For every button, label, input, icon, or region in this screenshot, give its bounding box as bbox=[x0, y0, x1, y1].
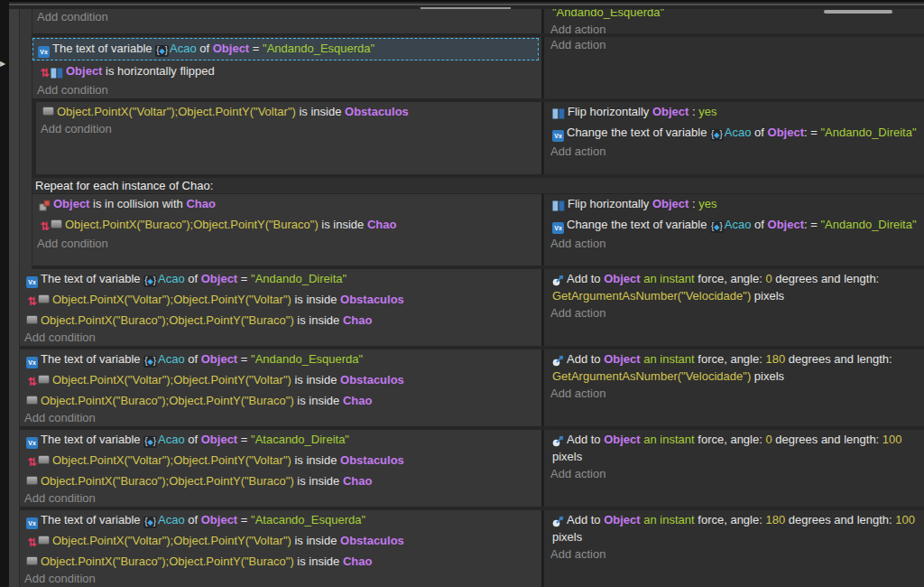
condition-row[interactable]: VxThe text of variable {◆}Acao of Object… bbox=[20, 430, 541, 451]
event-gutter[interactable] bbox=[9, 349, 20, 430]
actions-scrollbar-thumb[interactable] bbox=[824, 10, 892, 14]
condition-row[interactable]: ⇄Object is horizontally flipped bbox=[32, 61, 541, 82]
event-gutter[interactable] bbox=[9, 510, 20, 587]
scrollbar-track[interactable] bbox=[0, 4, 924, 5]
event-atacando-esquerda-force[interactable]: VxThe text of variable {◆}Acao of Object… bbox=[20, 510, 924, 587]
conditions-cell: VxThe text of variable {◆}Acao of Object… bbox=[20, 430, 541, 507]
text-segment: "Andando_Esquerda" bbox=[251, 352, 363, 366]
object-variable-badge: {◆} bbox=[143, 436, 157, 448]
condition-row[interactable]: ⇄Object.PointX("Voltar");Object.PointY("… bbox=[20, 290, 541, 311]
event-group: VxThe text of variable {◆}Acao of Object… bbox=[9, 269, 924, 349]
text-segment: Object bbox=[213, 42, 249, 55]
text-segment: pixels bbox=[552, 530, 582, 544]
text-segment: Acao bbox=[158, 513, 185, 526]
text-segment: is inside bbox=[294, 474, 343, 488]
condition-row[interactable]: VxThe text of variable {◆}Acao of Object… bbox=[32, 38, 539, 61]
point-inside-icon bbox=[38, 536, 50, 545]
text-segment: Object bbox=[768, 218, 804, 231]
condition-row[interactable]: Object is in collision with Chao bbox=[32, 194, 541, 215]
fold-arrow-icon[interactable]: ▶ bbox=[0, 60, 5, 68]
event-group: VxThe text of variable {◆}Acao of Object… bbox=[9, 349, 924, 430]
add-condition-button[interactable]: Add condition bbox=[20, 410, 541, 426]
add-action-button[interactable]: Add action bbox=[546, 466, 924, 482]
conditions-cell: VxThe text of variable {◆}Acao of Object… bbox=[20, 269, 541, 346]
object-variable-badge: {◆} bbox=[143, 275, 157, 287]
condition-row[interactable]: Object.PointX("Buraco");Object.PointY("B… bbox=[20, 552, 541, 571]
text-segment: Object bbox=[604, 352, 640, 366]
object-variable-badge: {◆} bbox=[710, 221, 724, 233]
add-action-button[interactable]: Add action bbox=[546, 236, 924, 252]
text-segment: force, angle: bbox=[695, 272, 766, 285]
add-action-button[interactable]: Add action bbox=[546, 22, 924, 33]
action-row[interactable]: Add to Object an instant force, angle: 0… bbox=[546, 269, 924, 305]
add-condition-button[interactable]: Add condition bbox=[20, 571, 541, 587]
condition-row[interactable]: ⇄Object.PointX("Voltar");Object.PointY("… bbox=[20, 531, 541, 552]
condition-row[interactable]: Object.PointX("Buraco");Object.PointY("B… bbox=[20, 311, 541, 330]
event-atacando-direita-force[interactable]: VxThe text of variable {◆}Acao of Object… bbox=[20, 430, 924, 507]
event-andando-esquerda-flipped[interactable]: VxThe text of variable {◆}Acao of Object… bbox=[32, 37, 924, 98]
add-condition-button[interactable]: Add condition bbox=[36, 121, 541, 137]
condition-row[interactable]: VxThe text of variable {◆}Acao of Object… bbox=[20, 510, 541, 531]
add-condition-button[interactable]: Add condition bbox=[20, 330, 541, 346]
text-segment: Change the text of variable bbox=[567, 218, 710, 231]
text-segment: The text of variable bbox=[52, 42, 155, 55]
condition-row[interactable]: VxThe text of variable {◆}Acao of Object… bbox=[20, 269, 541, 290]
point-inside-icon bbox=[26, 476, 38, 485]
text-segment: degrees and length: bbox=[785, 352, 892, 366]
action-row[interactable]: Add to Object an instant force, angle: 1… bbox=[546, 349, 924, 386]
text-segment: force, angle: bbox=[695, 433, 766, 446]
condition-row[interactable]: ⇄Object.PointX("Buraco");Object.PointY("… bbox=[32, 215, 541, 236]
actions-cell: Add to Object an instant force, angle: 0… bbox=[544, 430, 924, 507]
event-gutter[interactable] bbox=[20, 9, 32, 269]
action-row[interactable]: Add to Object an instant force, angle: 0… bbox=[546, 430, 924, 466]
add-action-button[interactable]: Add action bbox=[546, 546, 924, 563]
point-inside-icon bbox=[26, 556, 38, 565]
action-row[interactable]: VxChange the text of variable {◆}Acao of… bbox=[546, 215, 924, 236]
add-action-button[interactable]: Add action bbox=[546, 37, 924, 53]
text-segment: Object.PointX("Buraco");Object.PointY("B… bbox=[41, 554, 294, 568]
event-partial-top[interactable]: Add condition"Andando_Esquerda"Add actio… bbox=[32, 9, 924, 33]
add-action-button[interactable]: Add action bbox=[546, 305, 924, 321]
event-group-body: VxThe text of variable {◆}Acao of Object… bbox=[20, 269, 924, 349]
text-segment: "Andando_Direita" bbox=[820, 218, 916, 231]
text-segment: is inside bbox=[291, 453, 340, 467]
condition-row[interactable]: VxThe text of variable {◆}Acao of Object… bbox=[20, 349, 541, 370]
condition-row[interactable]: Object.PointX("Voltar");Object.PointY("V… bbox=[36, 102, 541, 121]
condition-row[interactable]: ⇄Object.PointX("Voltar");Object.PointY("… bbox=[20, 451, 541, 471]
add-condition-button[interactable]: Add condition bbox=[20, 490, 541, 507]
condition-row[interactable]: Object.PointX("Buraco");Object.PointY("B… bbox=[20, 471, 541, 490]
text-segment: The text of variable bbox=[41, 433, 143, 446]
text-segment: "Andando_Direita" bbox=[251, 272, 346, 285]
event-gutter[interactable] bbox=[9, 9, 20, 269]
invert-icon: ⇄ bbox=[24, 537, 40, 548]
event-andando-esquerda-force[interactable]: VxThe text of variable {◆}Acao of Object… bbox=[20, 349, 924, 426]
add-condition-button[interactable]: Add condition bbox=[32, 82, 541, 98]
text-segment: is in collision with bbox=[89, 197, 186, 210]
event-gutter[interactable] bbox=[9, 430, 20, 510]
event-gutter[interactable] bbox=[9, 269, 20, 349]
actions-cell: Flip horizontally Object : yesVxChange t… bbox=[544, 194, 924, 266]
add-action-button[interactable]: Add action bbox=[546, 144, 924, 160]
action-row[interactable]: Add to Object an instant force, angle: 1… bbox=[546, 510, 924, 546]
action-row[interactable]: Flip horizontally Object : yes bbox=[546, 102, 924, 123]
text-segment: Acao bbox=[158, 272, 185, 285]
add-condition-button[interactable]: Add condition bbox=[32, 236, 541, 252]
event-andando-direita-force[interactable]: VxThe text of variable {◆}Acao of Object… bbox=[20, 269, 924, 346]
text-segment: Object.PointX("Voltar");Object.PointY("V… bbox=[52, 293, 291, 306]
object-variable-badge: {◆} bbox=[143, 356, 157, 368]
invert-icon: ⇄ bbox=[24, 457, 40, 468]
action-row[interactable]: VxChange the text of variable {◆}Acao of… bbox=[546, 123, 924, 144]
add-condition-button[interactable]: Add condition bbox=[32, 9, 541, 25]
text-segment: Chao bbox=[343, 394, 373, 407]
event-voltar-inside-obstaculos[interactable]: Object.PointX("Voltar");Object.PointY("V… bbox=[32, 102, 924, 174]
action-row[interactable]: Flip horizontally Object : yes bbox=[546, 194, 924, 215]
add-action-button[interactable]: Add action bbox=[546, 386, 924, 402]
event-repeat-chao[interactable]: Repeat for each instance of Chao:Object … bbox=[32, 178, 924, 266]
left-margin: ▶ bbox=[0, 0, 9, 587]
text-segment: Chao bbox=[343, 313, 373, 327]
condition-row[interactable]: ⇄Object.PointX("Voltar");Object.PointY("… bbox=[20, 370, 541, 391]
text-segment: Object bbox=[652, 197, 688, 210]
repeat-header[interactable]: Repeat for each instance of Chao: bbox=[32, 178, 924, 194]
point-inside-icon bbox=[26, 396, 38, 405]
condition-row[interactable]: Object.PointX("Buraco");Object.PointY("B… bbox=[20, 391, 541, 410]
